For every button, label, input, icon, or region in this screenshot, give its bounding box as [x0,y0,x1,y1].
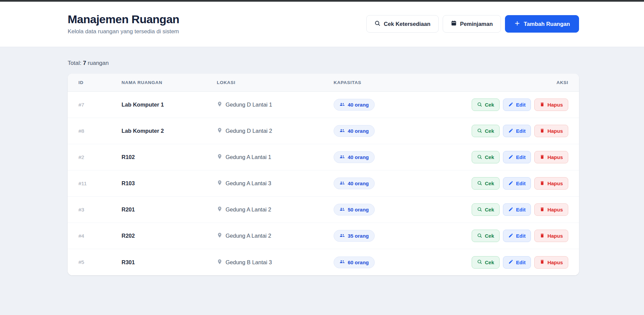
delete-room-button[interactable]: Hapus [534,256,568,269]
column-header-actions: AKSI [445,80,568,85]
room-id: #4 [78,233,122,239]
check-room-button[interactable]: Cek [472,177,500,190]
capacity-text: 40 orang [348,102,369,108]
page-header: Manajemen Ruangan Kelola data ruangan ya… [0,2,644,47]
table-row: #4 R202 Gedung A Lantai 2 35 orang Cek [68,223,579,249]
page-title: Manajemen Ruangan [68,13,179,26]
page-subtitle: Kelola data ruangan yang tersedia di sis… [68,28,179,35]
edit-room-button[interactable]: Edit [503,203,531,216]
check-room-button[interactable]: Cek [472,151,500,163]
delete-room-button[interactable]: Hapus [534,230,568,242]
add-room-button[interactable]: Tambah Ruangan [505,15,579,33]
people-icon [339,180,345,187]
check-room-label: Cek [485,260,494,265]
people-icon [339,233,345,239]
search-icon [477,233,482,239]
delete-room-button[interactable]: Hapus [534,203,568,216]
capacity-text: 50 orang [348,207,369,212]
check-room-button[interactable]: Cek [472,99,500,111]
rooms-table-card: ID NAMA RUANGAN LOKASI KAPASITAS AKSI #7… [68,74,579,275]
row-actions: Cek Edit Hapus [445,256,568,269]
borrowing-button[interactable]: Peminjaman [443,15,501,33]
check-availability-button[interactable]: Cek Ketersediaan [366,15,439,33]
room-name: R103 [122,180,217,187]
trash-icon [540,233,545,239]
plus-icon [514,20,520,28]
people-icon [339,128,345,134]
room-capacity-cell: 40 orang [334,178,445,189]
main-content: Total: 7 ruangan ID NAMA RUANGAN LOKASI … [0,60,644,275]
edit-room-button[interactable]: Edit [503,177,531,190]
pencil-icon [508,207,513,213]
search-icon [477,154,482,160]
column-header-location: LOKASI [217,80,334,85]
trash-icon [540,128,545,134]
check-room-button[interactable]: Cek [472,125,500,137]
check-room-label: Cek [485,207,494,212]
trash-icon [540,102,545,108]
edit-room-button[interactable]: Edit [503,99,531,111]
row-actions: Cek Edit Hapus [445,151,568,163]
check-room-button[interactable]: Cek [472,256,500,269]
edit-room-button[interactable]: Edit [503,151,531,163]
room-name: R202 [122,233,217,239]
delete-room-button[interactable]: Hapus [534,125,568,137]
location-pin-icon [217,206,223,213]
row-actions: Cek Edit Hapus [445,203,568,216]
pencil-icon [508,154,513,160]
room-location: Gedung B Lantai 3 [217,259,334,266]
capacity-text: 35 orang [348,233,369,239]
delete-room-label: Hapus [547,181,563,186]
delete-room-button[interactable]: Hapus [534,99,568,111]
delete-room-button[interactable]: Hapus [534,177,568,190]
delete-room-label: Hapus [547,102,563,108]
capacity-badge: 40 orang [334,151,375,163]
table-row: #5 R301 Gedung B Lantai 3 60 orang Cek [68,249,579,275]
check-availability-label: Cek Ketersediaan [384,21,431,27]
edit-room-button[interactable]: Edit [503,125,531,137]
column-header-capacity: KAPASITAS [334,80,445,85]
check-room-button[interactable]: Cek [472,203,500,216]
pencil-icon [508,259,513,265]
borrowing-label: Peminjaman [460,21,493,27]
total-rooms-summary: Total: 7 ruangan [68,60,579,67]
page-header-titles: Manajemen Ruangan Kelola data ruangan ya… [68,13,179,35]
delete-room-label: Hapus [547,260,563,265]
total-count: 7 [83,60,86,66]
room-capacity-cell: 40 orang [334,125,445,137]
delete-room-label: Hapus [547,128,563,134]
row-actions: Cek Edit Hapus [445,230,568,242]
location-pin-icon [217,154,223,161]
edit-room-label: Edit [516,260,526,265]
total-unit: ruangan [88,60,109,66]
capacity-badge: 40 orang [334,99,375,111]
people-icon [339,206,345,213]
room-location: Gedung A Lantai 1 [217,154,334,161]
row-actions: Cek Edit Hapus [445,99,568,111]
column-header-id: ID [78,80,122,85]
location-pin-icon [217,127,223,134]
edit-room-button[interactable]: Edit [503,256,531,269]
room-name: R201 [122,206,217,213]
room-location-text: Gedung A Lantai 3 [226,180,271,187]
delete-room-label: Hapus [547,207,563,212]
people-icon [339,102,345,108]
capacity-badge: 40 orang [334,125,375,137]
location-pin-icon [217,101,223,108]
edit-room-label: Edit [516,102,526,108]
table-header-row: ID NAMA RUANGAN LOKASI KAPASITAS AKSI [68,74,579,92]
edit-room-label: Edit [516,128,526,134]
room-capacity-cell: 40 orang [334,99,445,111]
capacity-text: 60 orang [348,260,369,265]
room-location: Gedung D Lantai 1 [217,101,334,108]
table-row: #11 R103 Gedung A Lantai 3 40 orang Cek [68,170,579,197]
edit-room-button[interactable]: Edit [503,230,531,242]
search-icon [477,181,482,187]
room-id: #5 [78,259,122,265]
room-location: Gedung D Lantai 2 [217,127,334,134]
capacity-badge: 50 orang [334,204,375,215]
check-room-button[interactable]: Cek [472,230,500,242]
room-id: #3 [78,207,122,213]
room-location-text: Gedung A Lantai 2 [226,206,271,213]
delete-room-button[interactable]: Hapus [534,151,568,163]
